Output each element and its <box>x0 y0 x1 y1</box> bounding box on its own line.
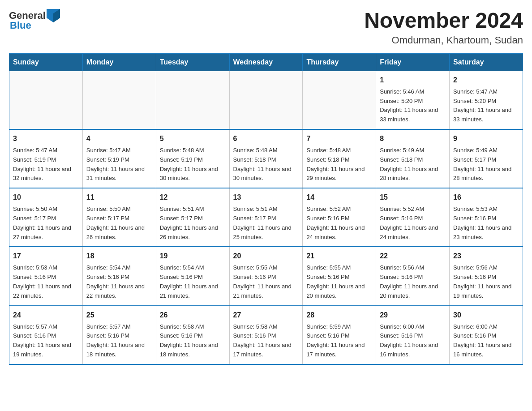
day-info: Sunrise: 5:53 AMSunset: 5:16 PMDaylight:… <box>13 263 79 300</box>
day-info: Sunrise: 5:55 AMSunset: 5:16 PMDaylight:… <box>306 263 372 300</box>
day-number: 18 <box>86 251 152 261</box>
calendar-cell: 25Sunrise: 5:57 AMSunset: 5:16 PMDayligh… <box>82 306 156 364</box>
day-info: Sunrise: 5:48 AMSunset: 5:18 PMDaylight:… <box>306 146 372 183</box>
day-number: 17 <box>13 251 79 261</box>
day-info: Sunrise: 5:59 AMSunset: 5:16 PMDaylight:… <box>306 322 372 360</box>
day-number: 19 <box>160 251 226 261</box>
day-info: Sunrise: 5:54 AMSunset: 5:16 PMDaylight:… <box>160 263 226 300</box>
day-number: 13 <box>233 192 299 203</box>
day-number: 28 <box>306 310 372 321</box>
calendar-cell: 22Sunrise: 5:56 AMSunset: 5:16 PMDayligh… <box>376 247 450 305</box>
day-number: 26 <box>160 310 226 321</box>
calendar-cell <box>229 71 303 129</box>
calendar-cell: 18Sunrise: 5:54 AMSunset: 5:16 PMDayligh… <box>82 247 156 305</box>
calendar-cell: 21Sunrise: 5:55 AMSunset: 5:16 PMDayligh… <box>303 247 376 305</box>
calendar-cell: 4Sunrise: 5:47 AMSunset: 5:19 PMDaylight… <box>82 129 156 188</box>
calendar-week-4: 17Sunrise: 5:53 AMSunset: 5:16 PMDayligh… <box>9 247 523 305</box>
calendar-cell: 29Sunrise: 6:00 AMSunset: 5:16 PMDayligh… <box>376 306 450 364</box>
day-info: Sunrise: 5:49 AMSunset: 5:17 PMDaylight:… <box>453 146 519 183</box>
calendar-cell: 27Sunrise: 5:58 AMSunset: 5:16 PMDayligh… <box>229 306 303 364</box>
calendar-cell: 9Sunrise: 5:49 AMSunset: 5:17 PMDaylight… <box>450 129 523 188</box>
logo: General Blue <box>9 9 60 31</box>
day-info: Sunrise: 5:57 AMSunset: 5:16 PMDaylight:… <box>13 322 79 360</box>
day-info: Sunrise: 5:47 AMSunset: 5:19 PMDaylight:… <box>13 146 79 183</box>
calendar-cell: 19Sunrise: 5:54 AMSunset: 5:16 PMDayligh… <box>156 247 229 305</box>
day-info: Sunrise: 5:47 AMSunset: 5:19 PMDaylight:… <box>86 146 152 183</box>
weekday-header-sunday: Sunday <box>9 53 83 71</box>
calendar-cell: 12Sunrise: 5:51 AMSunset: 5:17 PMDayligh… <box>156 188 229 247</box>
day-number: 24 <box>13 310 79 321</box>
calendar-week-3: 10Sunrise: 5:50 AMSunset: 5:17 PMDayligh… <box>9 188 523 247</box>
day-info: Sunrise: 5:52 AMSunset: 5:16 PMDaylight:… <box>380 205 446 242</box>
calendar-header-row: SundayMondayTuesdayWednesdayThursdayFrid… <box>9 53 523 71</box>
day-number: 16 <box>453 192 519 203</box>
day-number: 15 <box>380 192 446 203</box>
day-info: Sunrise: 5:58 AMSunset: 5:16 PMDaylight:… <box>160 322 226 360</box>
calendar-cell: 10Sunrise: 5:50 AMSunset: 5:17 PMDayligh… <box>9 188 83 247</box>
day-info: Sunrise: 5:53 AMSunset: 5:16 PMDaylight:… <box>453 205 519 242</box>
day-number: 3 <box>13 133 79 144</box>
day-info: Sunrise: 5:50 AMSunset: 5:17 PMDaylight:… <box>86 205 152 242</box>
calendar-cell: 3Sunrise: 5:47 AMSunset: 5:19 PMDaylight… <box>9 129 83 188</box>
day-info: Sunrise: 5:52 AMSunset: 5:16 PMDaylight:… <box>306 205 372 242</box>
day-info: Sunrise: 5:48 AMSunset: 5:18 PMDaylight:… <box>233 146 299 183</box>
calendar-cell: 28Sunrise: 5:59 AMSunset: 5:16 PMDayligh… <box>303 306 376 364</box>
location-subtitle: Omdurman, Khartoum, Sudan <box>364 34 523 46</box>
day-number: 4 <box>86 133 152 144</box>
header: General Blue November 2024 Omdurman, Kha… <box>9 9 523 46</box>
weekday-header-monday: Monday <box>82 53 156 71</box>
weekday-header-tuesday: Tuesday <box>156 53 229 71</box>
day-number: 11 <box>86 192 152 203</box>
logo-icon <box>47 9 60 22</box>
logo-blue: Blue <box>10 20 31 31</box>
day-info: Sunrise: 5:46 AMSunset: 5:20 PMDaylight:… <box>380 87 446 124</box>
day-info: Sunrise: 5:51 AMSunset: 5:17 PMDaylight:… <box>160 205 226 242</box>
day-info: Sunrise: 5:51 AMSunset: 5:17 PMDaylight:… <box>233 205 299 242</box>
weekday-header-thursday: Thursday <box>303 53 376 71</box>
calendar-cell: 2Sunrise: 5:47 AMSunset: 5:20 PMDaylight… <box>450 71 523 129</box>
calendar-week-1: 1Sunrise: 5:46 AMSunset: 5:20 PMDaylight… <box>9 71 523 129</box>
calendar-cell: 6Sunrise: 5:48 AMSunset: 5:18 PMDaylight… <box>229 129 303 188</box>
month-year-title: November 2024 <box>364 9 523 33</box>
day-number: 27 <box>233 310 299 321</box>
day-number: 9 <box>453 133 519 144</box>
day-number: 10 <box>13 192 79 203</box>
calendar-cell <box>9 71 83 129</box>
day-info: Sunrise: 5:47 AMSunset: 5:20 PMDaylight:… <box>453 87 519 124</box>
day-number: 23 <box>453 251 519 261</box>
day-info: Sunrise: 5:54 AMSunset: 5:16 PMDaylight:… <box>86 263 152 300</box>
day-info: Sunrise: 5:55 AMSunset: 5:16 PMDaylight:… <box>233 263 299 300</box>
calendar-cell: 5Sunrise: 5:48 AMSunset: 5:19 PMDaylight… <box>156 129 229 188</box>
calendar-week-5: 24Sunrise: 5:57 AMSunset: 5:16 PMDayligh… <box>9 306 523 364</box>
day-number: 14 <box>306 192 372 203</box>
day-info: Sunrise: 5:56 AMSunset: 5:16 PMDaylight:… <box>380 263 446 300</box>
title-area: November 2024 Omdurman, Khartoum, Sudan <box>364 9 523 46</box>
calendar-cell: 14Sunrise: 5:52 AMSunset: 5:16 PMDayligh… <box>303 188 376 247</box>
day-number: 2 <box>453 75 519 86</box>
calendar-cell: 15Sunrise: 5:52 AMSunset: 5:16 PMDayligh… <box>376 188 450 247</box>
day-number: 1 <box>380 75 446 86</box>
calendar-table: SundayMondayTuesdayWednesdayThursdayFrid… <box>9 53 523 365</box>
calendar-cell: 24Sunrise: 5:57 AMSunset: 5:16 PMDayligh… <box>9 306 83 364</box>
day-number: 21 <box>306 251 372 261</box>
calendar-cell: 13Sunrise: 5:51 AMSunset: 5:17 PMDayligh… <box>229 188 303 247</box>
day-number: 22 <box>380 251 446 261</box>
calendar-cell: 11Sunrise: 5:50 AMSunset: 5:17 PMDayligh… <box>82 188 156 247</box>
calendar-cell: 8Sunrise: 5:49 AMSunset: 5:18 PMDaylight… <box>376 129 450 188</box>
calendar-cell: 1Sunrise: 5:46 AMSunset: 5:20 PMDaylight… <box>376 71 450 129</box>
day-number: 29 <box>380 310 446 321</box>
day-info: Sunrise: 5:48 AMSunset: 5:19 PMDaylight:… <box>160 146 226 183</box>
day-info: Sunrise: 5:56 AMSunset: 5:16 PMDaylight:… <box>453 263 519 300</box>
day-info: Sunrise: 5:49 AMSunset: 5:18 PMDaylight:… <box>380 146 446 183</box>
day-number: 7 <box>306 133 372 144</box>
weekday-header-friday: Friday <box>376 53 450 71</box>
calendar-week-2: 3Sunrise: 5:47 AMSunset: 5:19 PMDaylight… <box>9 129 523 188</box>
day-number: 30 <box>453 310 519 321</box>
calendar-cell <box>303 71 376 129</box>
day-info: Sunrise: 6:00 AMSunset: 5:16 PMDaylight:… <box>380 322 446 360</box>
day-number: 6 <box>233 133 299 144</box>
day-number: 8 <box>380 133 446 144</box>
day-info: Sunrise: 5:57 AMSunset: 5:16 PMDaylight:… <box>86 322 152 360</box>
day-info: Sunrise: 6:00 AMSunset: 5:16 PMDaylight:… <box>453 322 519 360</box>
day-info: Sunrise: 5:50 AMSunset: 5:17 PMDaylight:… <box>13 205 79 242</box>
